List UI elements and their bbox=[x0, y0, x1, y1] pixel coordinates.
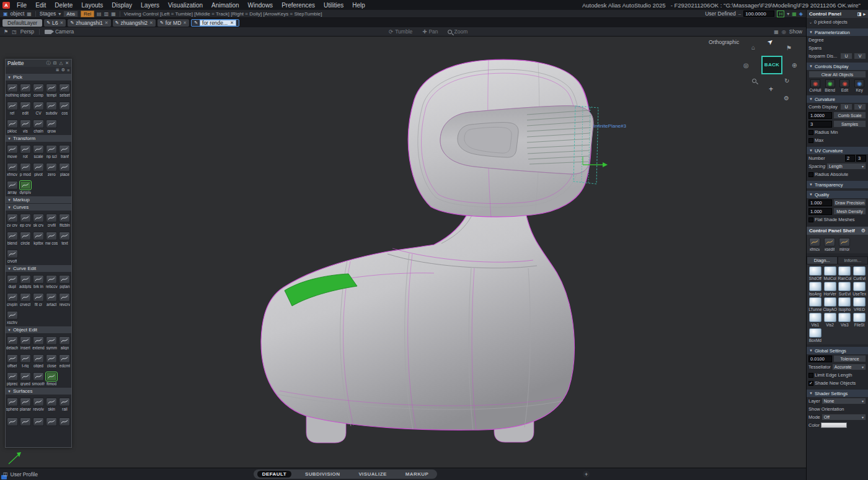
palette-tool[interactable]: ftmod bbox=[45, 369, 58, 387]
palette-tool[interactable]: insert bbox=[19, 333, 32, 351]
layer-tab-default[interactable]: DefaultLayer bbox=[2, 19, 42, 27]
pin-icon[interactable]: ◨ bbox=[857, 12, 862, 17]
close-icon[interactable]: ✕ bbox=[105, 20, 108, 25]
palette-tool[interactable]: place bbox=[58, 160, 71, 178]
palette-tool[interactable]: zero bbox=[45, 160, 58, 178]
diagnostic-shader[interactable]: BoxMd bbox=[808, 328, 823, 343]
user-defined-label[interactable]: User Defined bbox=[705, 11, 736, 17]
palette-tool[interactable] bbox=[58, 412, 71, 430]
palette-tool[interactable] bbox=[45, 412, 58, 430]
workflow-tab[interactable]: MARKUP bbox=[401, 471, 434, 478]
palette-tool[interactable]: sphere bbox=[6, 395, 19, 412]
diagnostic-shader[interactable]: IsoAng bbox=[808, 282, 823, 296]
close-icon[interactable]: ✕ bbox=[183, 20, 187, 25]
palette-tool[interactable]: nw cos bbox=[45, 229, 58, 247]
diagnostic-shader[interactable]: CurEvl bbox=[852, 266, 867, 281]
palette-tool[interactable]: crvpln bbox=[6, 290, 19, 308]
palette-tool[interactable]: rot bbox=[19, 142, 32, 160]
look-at-icon[interactable]: ◎ bbox=[743, 63, 749, 69]
palette-tool[interactable]: close bbox=[45, 351, 58, 369]
palette-titlebar[interactable]: Palette ⓘ ⊟ △ ✕ bbox=[6, 59, 71, 67]
diagnostic-shader[interactable]: Vis3 bbox=[838, 313, 852, 327]
snap-curve-icon[interactable]: ▤ bbox=[97, 11, 102, 17]
view-scale-input[interactable] bbox=[743, 11, 774, 17]
section-header[interactable]: ▼Markup bbox=[6, 196, 71, 203]
refresh-view-icon[interactable]: ↻ bbox=[784, 78, 789, 84]
section-header[interactable]: ▼Curve Edit bbox=[6, 265, 71, 272]
shelf-tool[interactable]: xsedit bbox=[824, 237, 835, 251]
info-icon[interactable]: ⓘ bbox=[46, 60, 51, 66]
controls-display-header[interactable]: ▼Controls Display bbox=[807, 63, 868, 70]
menu-item[interactable]: Edit bbox=[31, 2, 50, 9]
layer-grid-icon[interactable]: ▦ bbox=[774, 29, 779, 35]
snap-grid-icon[interactable]: ▦ bbox=[27, 11, 32, 17]
diagnostic-shader[interactable]: UseTex bbox=[852, 282, 867, 296]
palette-tool[interactable] bbox=[32, 412, 45, 430]
palette-tool[interactable]: smooth bbox=[32, 369, 45, 387]
comb-scale-button[interactable]: Comb Scale bbox=[833, 111, 866, 119]
infinite-plane-label[interactable]: InfinitePlane#3 bbox=[593, 123, 626, 129]
palette-tool[interactable]: xfmcv bbox=[6, 160, 19, 178]
gear-icon[interactable]: ⚙ bbox=[61, 68, 65, 72]
menu-item[interactable]: Preferences bbox=[277, 2, 319, 9]
palette-tool[interactable]: fit cr bbox=[32, 290, 45, 308]
palette-tool[interactable]: tranf bbox=[58, 142, 71, 160]
palette-tool[interactable]: dynpiv bbox=[19, 178, 32, 196]
layer-tab[interactable]: ✎ L6 ✕ bbox=[44, 19, 66, 27]
palette-tool[interactable]: np scl bbox=[45, 142, 58, 160]
comb-scale-input[interactable] bbox=[808, 112, 832, 119]
spacing-dropdown[interactable]: Length▾ bbox=[826, 163, 866, 170]
transparency-header[interactable]: ▼Transparency bbox=[807, 181, 868, 188]
section-header[interactable]: ▼Transform bbox=[6, 135, 71, 142]
palette-tool[interactable]: edit bbox=[19, 98, 32, 116]
diagnostic-shader[interactable]: Vis1 bbox=[808, 313, 823, 327]
palette-tool[interactable] bbox=[19, 412, 32, 430]
quality-header[interactable]: ▼Quality bbox=[807, 191, 868, 198]
viewport[interactable]: Orthographic ⌂ ➤ ⚑ ◎ BACK ⊕ ↻ + ⚙ Infini… bbox=[0, 37, 806, 468]
shade-new-checkbox[interactable]: ✓ bbox=[808, 381, 813, 386]
layer-tab[interactable]: ✎ zhuangshi1 ✕ bbox=[68, 19, 110, 27]
palette-tool[interactable]: skin bbox=[45, 395, 58, 412]
palette-tool[interactable]: rebccv bbox=[45, 272, 58, 290]
parameterization-header[interactable]: ▼Parameterization bbox=[807, 28, 868, 36]
draw-precision-button[interactable]: Draw Precision bbox=[833, 199, 866, 206]
view-settings-gear-icon[interactable]: ⚙ bbox=[784, 95, 789, 102]
palette-tool[interactable]: selset bbox=[58, 81, 71, 98]
diagnostic-shader[interactable]: ShdOff bbox=[808, 266, 823, 281]
palette-tool[interactable]: sk crv bbox=[32, 211, 45, 229]
layer-name-field[interactable]: for rende... ✕ bbox=[200, 20, 236, 26]
palette-tool[interactable]: offset bbox=[6, 351, 19, 369]
diagnostic-shader[interactable]: VRED bbox=[852, 297, 867, 312]
workflow-tab[interactable]: SUBDIVISION bbox=[300, 471, 345, 478]
menu-item[interactable]: Layouts bbox=[77, 2, 107, 9]
samples-input[interactable] bbox=[808, 121, 832, 128]
chevron-down-icon[interactable]: ▾ bbox=[787, 11, 789, 17]
model-3d-canvas[interactable] bbox=[0, 37, 806, 468]
palette-tool[interactable]: xsctrv bbox=[6, 308, 19, 326]
orbit-globe-icon[interactable]: ⊕ bbox=[792, 63, 797, 69]
flat-shade-checkbox[interactable] bbox=[808, 217, 813, 222]
section-header[interactable]: ▼Object Edit bbox=[6, 326, 71, 333]
palette-tool[interactable]: subdiv bbox=[45, 98, 58, 116]
palette-tool[interactable]: comp bbox=[32, 81, 45, 98]
menu-item[interactable]: File bbox=[12, 2, 31, 9]
palette-tool[interactable]: symm bbox=[45, 333, 58, 351]
menu-item[interactable]: Layers bbox=[136, 2, 164, 9]
diagnostic-shader[interactable]: MulCol bbox=[823, 266, 838, 281]
tolerance-button[interactable]: Tolerance bbox=[833, 355, 866, 362]
layer-tab[interactable]: ✎ for MD ✕ bbox=[157, 19, 189, 27]
show-label[interactable]: Show bbox=[789, 28, 802, 35]
menu-item[interactable]: Visualization bbox=[164, 2, 207, 9]
palette-tool[interactable]: dupl bbox=[6, 272, 19, 290]
radius-absolute-checkbox[interactable] bbox=[808, 172, 813, 177]
palette-tool[interactable]: ep crv bbox=[19, 211, 32, 229]
palette-tool[interactable]: p mod bbox=[19, 160, 32, 178]
expand-icon[interactable]: ▸ bbox=[863, 12, 866, 17]
collapse-icon[interactable]: △ bbox=[59, 61, 63, 66]
palette-tool[interactable]: objed bbox=[32, 351, 45, 369]
radius-min-checkbox[interactable] bbox=[808, 130, 813, 135]
minimize-icon[interactable]: ⊟ bbox=[53, 61, 58, 66]
palette-tool[interactable]: revolv bbox=[32, 395, 45, 412]
palette-tool[interactable]: addpts bbox=[19, 272, 32, 290]
menu-item[interactable]: Delete bbox=[50, 2, 77, 9]
